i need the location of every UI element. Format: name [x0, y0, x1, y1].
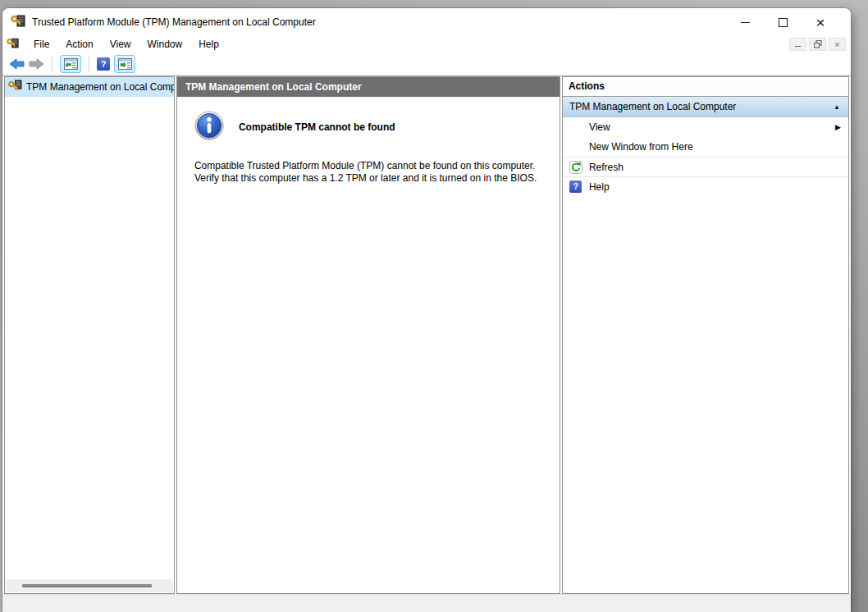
forward-arrow-icon	[29, 58, 44, 70]
menu-help[interactable]: Help	[190, 37, 227, 52]
mdi-restore-button[interactable]	[809, 38, 826, 51]
action-item-help[interactable]: ? Help	[563, 176, 848, 196]
menu-action[interactable]: Action	[57, 37, 101, 52]
actions-group-tpm-management[interactable]: TPM Management on Local Computer ▲	[563, 97, 848, 117]
actions-panel-title: Actions	[563, 77, 848, 97]
minimize-icon	[741, 22, 750, 23]
main-area: TPM Management on Local Comp TPM Managem…	[2, 75, 851, 594]
help-toolbar-button[interactable]: ?	[97, 57, 110, 71]
status-strip	[2, 594, 851, 612]
toolbar-separator	[52, 57, 53, 71]
mdi-window-buttons: ×	[789, 38, 846, 51]
submenu-arrow-icon: ▶	[835, 123, 841, 131]
show-hide-action-pane-button[interactable]	[114, 55, 135, 73]
maximize-button[interactable]	[764, 8, 802, 36]
window-title: Trusted Platform Module (TPM) Management…	[32, 16, 316, 28]
tree-item-tpm-management[interactable]: TPM Management on Local Comp	[5, 77, 174, 97]
alert-body-text: Compatible Trusted Platform Module (TPM)…	[194, 160, 542, 185]
alert-header: Compatible TPM cannot be found	[194, 111, 542, 143]
mdi-minimize-icon	[795, 46, 801, 47]
action-item-label: Help	[589, 181, 610, 193]
back-button[interactable]	[9, 58, 25, 70]
action-item-refresh[interactable]: Refresh	[563, 157, 848, 176]
toolbar: ?	[2, 53, 851, 75]
help-icon: ?	[97, 57, 110, 71]
horizontal-scrollbar[interactable]	[6, 579, 173, 592]
menu-window[interactable]: Window	[139, 37, 191, 52]
menu-file[interactable]: File	[25, 37, 57, 52]
tpm-app-icon-small	[7, 38, 19, 52]
help-icon: ?	[569, 180, 582, 193]
info-icon	[194, 111, 224, 143]
tree-item-label: TPM Management on Local Comp	[26, 81, 174, 93]
menubar: File Action View Window Help ×	[2, 36, 851, 53]
tpm-app-icon	[11, 15, 25, 30]
console-tree-icon	[64, 58, 78, 70]
action-item-label: Refresh	[589, 162, 624, 173]
action-item-label: New Window from Here	[589, 141, 693, 153]
action-item-label: View	[589, 121, 610, 133]
close-button[interactable]: ×	[802, 8, 839, 36]
console-tree-panel: TPM Management on Local Comp	[4, 76, 175, 594]
titlebar: Trusted Platform Module (TPM) Management…	[2, 8, 851, 36]
maximize-icon	[779, 18, 788, 27]
back-arrow-icon	[9, 58, 25, 70]
action-item-view[interactable]: View ▶	[563, 117, 848, 137]
mmc-window: Trusted Platform Module (TPM) Management…	[2, 8, 851, 612]
caption-buttons: ×	[726, 8, 839, 36]
results-panel: TPM Management on Local Computer	[176, 76, 560, 594]
tpm-key-icon	[8, 80, 22, 94]
action-item-new-window-from-here[interactable]: New Window from Here	[563, 137, 848, 157]
close-icon: ×	[815, 15, 825, 30]
results-panel-header: TPM Management on Local Computer	[177, 77, 560, 97]
actions-panel: Actions TPM Management on Local Computer…	[562, 76, 849, 594]
alert-title: Compatible TPM cannot be found	[239, 121, 395, 133]
refresh-icon	[569, 161, 582, 174]
menu-view[interactable]: View	[102, 37, 139, 52]
forward-button[interactable]	[29, 58, 44, 70]
mdi-restore-icon	[814, 40, 822, 48]
mdi-close-button[interactable]: ×	[829, 38, 846, 51]
mdi-minimize-button[interactable]	[789, 38, 806, 51]
toolbar-separator	[89, 57, 89, 71]
scrollbar-thumb[interactable]	[22, 584, 152, 587]
help-qmark: ?	[101, 59, 107, 69]
show-hide-console-tree-button[interactable]	[60, 55, 81, 73]
action-pane-icon	[118, 58, 132, 70]
help-qmark: ?	[573, 182, 578, 191]
minimize-button[interactable]	[726, 8, 764, 36]
mdi-close-icon: ×	[835, 40, 840, 49]
results-panel-body: Compatible TPM cannot be found Compatibl…	[177, 97, 560, 199]
collapse-arrow-icon[interactable]: ▲	[834, 103, 840, 111]
actions-group-label: TPM Management on Local Computer	[569, 101, 834, 112]
